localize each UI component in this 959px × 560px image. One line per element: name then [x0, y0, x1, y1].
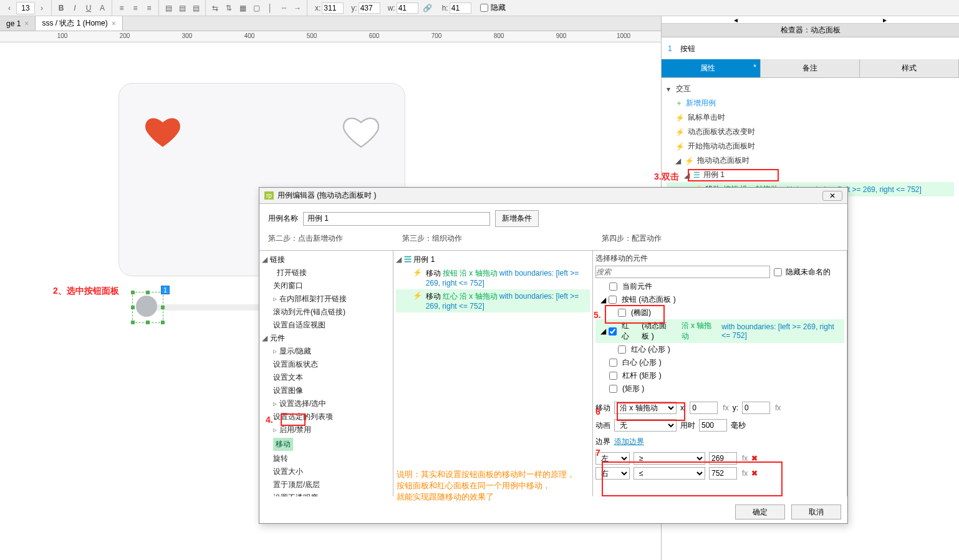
- tree-white-heart[interactable]: 白心 (心形 ): [622, 357, 662, 368]
- align-right-icon[interactable]: ≡: [142, 1, 156, 15]
- action-close-window[interactable]: 关闭窗口: [262, 279, 390, 292]
- hide-checkbox[interactable]: [480, 4, 488, 12]
- annotation-6: 6: [595, 407, 600, 417]
- move-x-input[interactable]: [690, 402, 718, 414]
- tab-notes[interactable]: 备注: [761, 59, 860, 77]
- event-state-change[interactable]: 动态面板状态改变时: [688, 127, 755, 137]
- valign-middle-icon[interactable]: ▤: [175, 1, 189, 15]
- x-label: x:: [315, 4, 320, 12]
- anim-select[interactable]: 无: [614, 419, 677, 432]
- line-style-icon[interactable]: ╌: [277, 1, 291, 15]
- dist-h-icon[interactable]: ⇆: [208, 1, 222, 15]
- move-y-label: y:: [733, 403, 738, 412]
- action-open-in-frame[interactable]: ▹在内部框架打开链接: [262, 292, 390, 306]
- sash-right-icon[interactable]: ▸: [883, 16, 887, 24]
- underline-icon[interactable]: U: [82, 1, 95, 15]
- widget-name-field[interactable]: 1 按钮: [662, 37, 959, 59]
- event-dragging[interactable]: 拖动动态面板时: [697, 155, 749, 166]
- action-set-opacity[interactable]: 设置不透明度: [262, 491, 390, 496]
- bold-icon[interactable]: B: [54, 1, 68, 15]
- cb-lever[interactable]: [609, 372, 617, 380]
- tree-button-panel[interactable]: 按钮 (动态面板 ): [622, 294, 676, 305]
- node-links[interactable]: 链接: [270, 255, 285, 264]
- action-move[interactable]: 移动: [262, 437, 390, 452]
- sash-left-icon[interactable]: ◂: [734, 16, 738, 24]
- action-set-selected[interactable]: ▹设置选择/选中: [262, 397, 390, 410]
- case-node[interactable]: 用例 1: [413, 255, 435, 264]
- node-widgets[interactable]: 元件: [270, 334, 285, 342]
- dialog-close-button[interactable]: ✕: [822, 191, 842, 201]
- fill-color-icon[interactable]: ▦: [236, 1, 249, 15]
- duration-input[interactable]: [699, 419, 727, 432]
- cb-button-panel[interactable]: [609, 296, 617, 304]
- dist-v-icon[interactable]: ⇅: [222, 1, 236, 15]
- cb-white-heart[interactable]: [609, 359, 617, 367]
- event-drag-start[interactable]: 开始拖动动态面板时: [688, 141, 755, 152]
- cb-heart-panel[interactable]: [609, 327, 617, 336]
- step3-action-1[interactable]: ⚡ 移动 按钮 沿 x 轴拖动 with boundaries: [left >…: [396, 266, 590, 289]
- case-name-input[interactable]: [303, 212, 490, 226]
- h-input[interactable]: [450, 2, 471, 14]
- action-scroll-to[interactable]: 滚动到元件(锚点链接): [262, 306, 390, 319]
- chevron-left-icon[interactable]: ‹: [2, 1, 16, 15]
- chevron-right-icon[interactable]: ›: [35, 1, 49, 15]
- tree-rect[interactable]: (矩形 ): [622, 384, 644, 394]
- widget-tree[interactable]: 当前元件 ◢按钮 (动态面板 ) (椭圆) ◢ 红心 (动态面板 ) 沿 x 轴…: [595, 280, 844, 395]
- action-rotate[interactable]: 旋转: [262, 452, 390, 465]
- border-color-icon[interactable]: ▢: [249, 1, 263, 15]
- cb-heart-shape[interactable]: [618, 345, 626, 354]
- tab-page-1[interactable]: ge 1 ×: [0, 16, 36, 31]
- w-input[interactable]: [397, 2, 418, 14]
- font-size-input[interactable]: [16, 2, 35, 14]
- arrow-icon[interactable]: →: [291, 1, 304, 15]
- dialog-titlebar: rp 用例编辑器 (拖动动态面板时 ) ✕: [259, 188, 847, 204]
- tab-sss-home[interactable]: sss / 状态 1 (Home) ×: [36, 16, 122, 31]
- action-set-image[interactable]: 设置图像: [262, 384, 390, 397]
- align-center-icon[interactable]: ≡: [128, 1, 142, 15]
- tab-properties[interactable]: 属性*: [662, 59, 761, 77]
- hide-unnamed-checkbox[interactable]: [774, 268, 782, 276]
- action-adaptive-view[interactable]: 设置自适应视图: [262, 319, 390, 332]
- action-set-state[interactable]: 设置面板状态: [262, 358, 390, 371]
- interaction-section[interactable]: 交互: [676, 84, 691, 94]
- action-set-text[interactable]: 设置文本: [262, 371, 390, 384]
- ok-button[interactable]: 确定: [735, 504, 785, 519]
- border-width-icon[interactable]: │: [263, 1, 277, 15]
- fx-y[interactable]: fx: [775, 403, 781, 412]
- lock-aspect-icon[interactable]: 🔗: [421, 1, 435, 15]
- widget-search-input[interactable]: [595, 266, 770, 278]
- actions-organized[interactable]: ◢☰ 用例 1 ⚡ 移动 按钮 沿 x 轴拖动 with boundaries:…: [393, 251, 593, 496]
- action-show-hide[interactable]: ▹显示/隐藏: [262, 345, 390, 358]
- action-open-link[interactable]: 打开链接: [262, 266, 390, 279]
- action-set-size[interactable]: 设置大小: [262, 465, 390, 478]
- align-left-icon[interactable]: ≡: [115, 1, 128, 15]
- annotation-7: 7: [595, 448, 600, 458]
- add-case-button[interactable]: 新增用例: [686, 98, 716, 109]
- explanation-line-2: 按钮面板和红心面板在同一个用例中移动，: [397, 480, 551, 491]
- tab-style[interactable]: 样式: [860, 59, 959, 77]
- close-icon[interactable]: ×: [112, 19, 116, 28]
- tree-lever[interactable]: 杠杆 (矩形 ): [622, 370, 662, 381]
- cb-rect[interactable]: [609, 385, 617, 393]
- add-boundary-link[interactable]: 添加边界: [614, 437, 644, 447]
- y-input[interactable]: [359, 2, 380, 14]
- x-input[interactable]: [322, 2, 344, 14]
- slider-handle-selected[interactable]: 1: [136, 296, 160, 319]
- action-bring-front-back[interactable]: 置于顶层/底层: [262, 478, 390, 491]
- font-color-icon[interactable]: A: [95, 1, 109, 15]
- valign-top-icon[interactable]: ▤: [161, 1, 175, 15]
- italic-icon[interactable]: I: [68, 1, 82, 15]
- tree-current-widget[interactable]: 当前元件: [622, 281, 652, 292]
- move-y-input[interactable]: [742, 402, 770, 414]
- close-icon[interactable]: ×: [24, 19, 29, 28]
- step3-action-2-selected[interactable]: ⚡ 移动 红心 沿 x 轴拖动 with boundaries: [left >…: [396, 289, 590, 312]
- inspector-title: 检查器：动态面板: [662, 24, 959, 37]
- fx-x[interactable]: fx: [723, 403, 728, 412]
- event-click[interactable]: 鼠标单击时: [688, 112, 725, 123]
- tree-heart-shape[interactable]: 红心 (心形 ): [631, 344, 670, 355]
- cancel-button[interactable]: 取消: [791, 504, 841, 519]
- valign-bottom-icon[interactable]: ▤: [189, 1, 203, 15]
- cb-current[interactable]: [609, 282, 617, 291]
- add-condition-button[interactable]: 新增条件: [495, 210, 539, 227]
- actions-tree[interactable]: ◢链接 打开链接 关闭窗口 ▹在内部框架打开链接 滚动到元件(锚点链接) 设置自…: [259, 251, 393, 496]
